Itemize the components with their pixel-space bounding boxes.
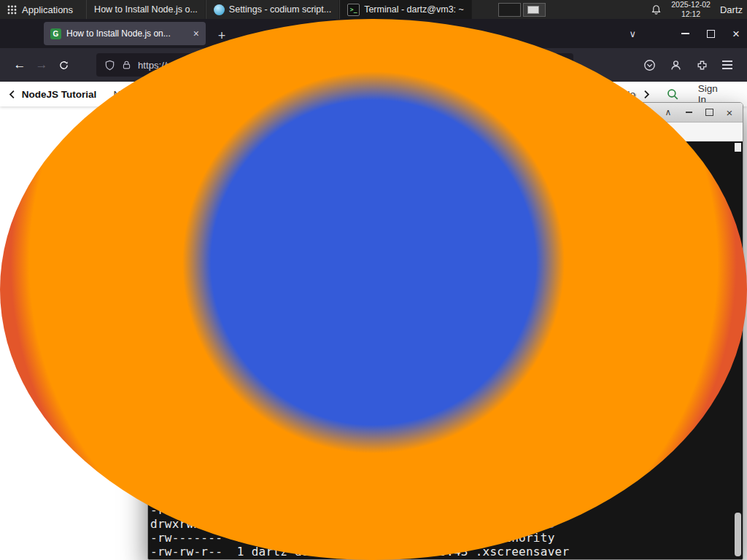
workspace-pager[interactable] [498,0,546,19]
terminal-icon: >_ [347,4,360,16]
terminal-close-button[interactable]: × [722,103,737,122]
window-task-list: How to Install Node.js o...Settings - co… [86,0,472,19]
settings-icon [214,4,225,15]
firefox-icon [0,19,747,560]
browser-tab-active[interactable]: G How to Install Node.js on... × [44,22,206,45]
applications-grid-icon [7,5,17,15]
taskbar-button-label: Terminal - dartz@vm3: ~ [364,4,464,15]
taskbar-button-label: How to Install Node.js o... [94,4,198,15]
forward-button[interactable]: → [31,54,53,76]
panel-user-label[interactable]: Dartz [720,4,743,15]
scrollbar-top-button[interactable] [735,143,741,152]
applications-label: Applications [22,4,73,15]
account-icon[interactable] [670,59,682,71]
list-all-tabs-button[interactable]: ∨ [629,19,636,48]
nav-scroll-right-icon[interactable] [643,90,650,99]
extensions-icon[interactable] [696,59,708,71]
system-tray: 2025-12-02 12:12 Dartz [651,0,747,19]
applications-menu-button[interactable]: Applications [0,0,80,19]
clock-date: 2025-12-02 [671,0,711,9]
desktop: Applications How to Install Node.js o...… [0,0,747,560]
back-button[interactable]: ← [9,54,31,76]
menu-icon[interactable] [722,61,732,69]
lock-icon[interactable] [122,60,131,70]
reload-button[interactable] [53,54,74,76]
tab-title: How to Install Node.js on... [66,28,188,39]
terminal-minimize-button[interactable] [681,103,696,122]
browser-maximize-button[interactable] [707,30,715,38]
toolbar-right-icons [643,59,738,71]
clock-time: 12:12 [671,9,711,19]
browser-minimize-button[interactable] [681,33,689,34]
browser-window-controls: × [681,19,740,48]
shield-icon[interactable] [104,60,115,71]
browser-close-button[interactable]: × [732,28,740,40]
taskbar-button-label: Settings - codium script... [229,4,331,15]
clock[interactable]: 2025-12-02 12:12 [671,0,711,18]
terminal-maximize-button[interactable] [702,103,716,122]
reload-icon [58,60,69,71]
site-nav-item[interactable]: NodeJS Tutorial [22,89,97,100]
notification-bell-icon[interactable] [651,4,662,15]
pocket-icon[interactable] [643,59,656,71]
taskbar-button[interactable]: Settings - codium script... [206,0,339,19]
scrollbar-thumb[interactable] [735,513,741,556]
workspace-2[interactable] [523,3,546,17]
file-name: .xscreensaver [476,545,570,559]
top-panel: Applications How to Install Node.js o...… [0,0,747,19]
search-icon[interactable] [666,88,679,101]
workspace-1[interactable] [498,3,521,17]
taskbar-button[interactable]: >_Terminal - dartz@vm3: ~ [339,0,472,19]
tab-close-icon[interactable]: × [193,28,199,39]
taskbar-button[interactable]: How to Install Node.js o... [86,0,206,19]
gfg-favicon: G [50,28,61,39]
nav-scroll-left-icon[interactable] [9,90,15,99]
workspace-window-thumb [527,6,539,14]
